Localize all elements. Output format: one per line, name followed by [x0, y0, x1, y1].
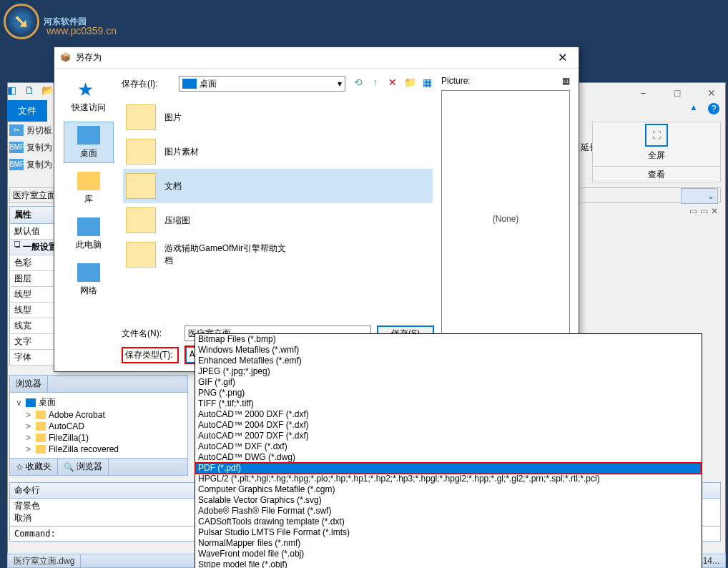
new-icon[interactable]: 🗋 — [24, 84, 37, 97]
chevron-down-icon[interactable]: ▾ — [338, 79, 342, 89]
save-type-label: 保存类型(T): — [122, 347, 179, 363]
dropdown-option[interactable]: PNG (*.png) — [195, 388, 702, 398]
file-item[interactable]: 游戏辅助GameOfMir引擎帮助文档 — [123, 238, 433, 272]
document-tab[interactable]: 医疗室立面 — [13, 190, 56, 202]
watermark-icon: ➘ — [4, 4, 39, 39]
file-item[interactable]: 图片 — [123, 100, 433, 134]
browser-panel: 浏览器 ∨桌面 >Adobe Acrobat >AutoCAD >FileZil… — [9, 375, 188, 476]
dropdown-option[interactable]: Bitmap Files (*.bmp) — [195, 334, 702, 345]
library-icon — [77, 172, 100, 190]
expand-icon[interactable]: > — [26, 444, 33, 454]
place-desktop[interactable]: 桌面 — [64, 122, 114, 163]
file-item-selected[interactable]: 文档 — [123, 169, 433, 203]
place-this-pc[interactable]: 此电脑 — [64, 213, 114, 255]
filename-label: 文件名(N): — [122, 328, 179, 340]
browser-bottom-tabs: ☆收藏夹 🔍浏览器 — [10, 458, 187, 475]
cut-action[interactable]: ✂剪切板 — [9, 122, 52, 139]
scissors-icon: ✂ — [9, 124, 24, 136]
maximize-button[interactable]: □ — [664, 84, 690, 102]
file-item[interactable]: 图片素材 — [123, 134, 433, 169]
browser-tree[interactable]: ∨桌面 >Adobe Acrobat >AutoCAD >FileZilla(1… — [10, 393, 187, 458]
dropdown-option[interactable]: JPEG (*.jpg;*.jpeg) — [195, 366, 702, 377]
copy-bmp-action-1[interactable]: BMP复制为 — [9, 139, 52, 156]
file-list[interactable]: 图片 图片素材 文档 压缩图 游戏辅助GameOfMir引擎帮助文档 — [122, 99, 434, 320]
tree-item[interactable]: >FileZilla recovered — [13, 444, 185, 455]
save-type-dropdown[interactable]: Bitmap Files (*.bmp)Windows Metafiles (*… — [195, 333, 702, 568]
dropdown-option[interactable]: WaveFront model file (*.obj) — [195, 549, 702, 559]
fullscreen-icon[interactable]: ⛶ — [645, 124, 668, 147]
dropdown-option[interactable]: Windows Metafiles (*.wmf) — [195, 345, 702, 356]
dropdown-option[interactable]: Adobe® Flash® File Format (*.swf) — [195, 506, 702, 516]
place-libraries[interactable]: 库 — [64, 167, 114, 209]
expand-icon[interactable]: > — [26, 433, 33, 443]
dropdown-option[interactable]: TIFF (*.tif;*.tiff) — [195, 398, 702, 409]
folder-icon — [126, 173, 156, 199]
expand-icon[interactable]: > — [26, 410, 33, 420]
tree-root-desktop[interactable]: ∨桌面 — [13, 396, 185, 409]
dropdown-option[interactable]: Stripe model file (*.objf) — [195, 559, 702, 568]
expand-icon[interactable]: > — [26, 421, 33, 431]
dialog-center-column: 保存在(I): 桌面 ▾ ⟲ ↑ ✕ 📁 ▦ 图片 图片素材 文档 压 — [122, 76, 434, 364]
dropdown-option[interactable]: HPGL/2 (*.plt;*.hgl;*.hg;*.hpg;*.plo;*.h… — [195, 474, 702, 484]
open-icon[interactable]: 📂 — [41, 84, 54, 97]
panel-close-icon[interactable]: ✕ — [711, 206, 718, 216]
desktop-icon — [182, 79, 197, 89]
dropdown-option[interactable]: NormalMapper files (*.nmf) — [195, 538, 702, 549]
minimize-button[interactable]: − — [630, 84, 656, 102]
collapse-ribbon-icon[interactable]: ▲ — [689, 102, 702, 115]
preview-box: (None) — [441, 90, 570, 348]
window-close-button[interactable]: ✕ — [699, 84, 724, 102]
main-window-controls: − □ ✕ — [630, 82, 724, 104]
dropdown-option[interactable]: AutoCAD™ DXF (*.dxf) — [195, 441, 702, 452]
back-icon[interactable]: ⟲ — [351, 77, 365, 91]
view-ribbon-group: ⛶ 全屏 查看 — [592, 122, 721, 182]
place-network[interactable]: 网络 — [64, 259, 114, 300]
dropdown-option[interactable]: AutoCAD™ DWG (*.dwg) — [195, 452, 702, 463]
view-menu-icon[interactable]: ▦ — [420, 77, 434, 91]
dock2-icon[interactable]: ▭ — [700, 206, 708, 216]
browser-tab[interactable]: 🔍浏览器 — [58, 459, 109, 475]
view-group-label: 查看 — [593, 166, 720, 181]
look-in-combo[interactable]: 桌面 ▾ — [179, 76, 345, 92]
fullscreen-label: 全屏 — [648, 150, 665, 162]
dialog-toolbar: ⟲ ↑ ✕ 📁 ▦ — [351, 77, 434, 91]
dropdown-option[interactable]: GIF (*.gif) — [195, 377, 702, 388]
expand-icon[interactable]: ∨ — [16, 398, 23, 408]
delete-icon[interactable]: ✕ — [385, 77, 400, 91]
preview-pane: Picture: ▦ (None) — [441, 76, 570, 364]
up-icon[interactable]: ↑ — [368, 77, 383, 91]
tree-item[interactable]: >AutoCAD — [13, 421, 185, 432]
dropdown-option[interactable]: Scalable Vector Graphics (*.svg) — [195, 495, 702, 506]
new-folder-icon[interactable]: 📁 — [403, 77, 417, 91]
dropdown-option[interactable]: AutoCAD™ 2007 DXF (*.dxf) — [195, 431, 702, 441]
dropdown-option[interactable]: AutoCAD™ 2004 DXF (*.dxf) — [195, 420, 702, 431]
quick-access-toolbar: ◧ 🗋 📂 — [7, 84, 54, 97]
tree-item[interactable]: >FileZilla(1) — [13, 432, 185, 444]
place-quick-access[interactable]: ★快速访问 — [64, 76, 114, 117]
folder-icon — [126, 139, 156, 165]
help-icon[interactable]: ? — [708, 103, 719, 114]
dialog-title-text: 另存为 — [76, 52, 551, 64]
dropdown-option[interactable]: Pulsar Studio LMTS File Format (*.lmts) — [195, 527, 702, 538]
ribbon-help-area: ▲ ? — [689, 102, 719, 115]
preview-menu-icon[interactable]: ▦ — [562, 76, 570, 86]
dropdown-option[interactable]: CADSoftTools drawing template (*.dxt) — [195, 516, 702, 527]
folder-icon — [36, 445, 46, 454]
dropdown-option[interactable]: PDF (*.pdf) — [195, 463, 702, 474]
dropdown-option[interactable]: Computer Graphics Metafile (*.cgm) — [195, 484, 702, 495]
folder-icon — [126, 242, 156, 268]
browser-header: 浏览器 — [10, 376, 187, 393]
dialog-close-button[interactable]: ✕ — [551, 51, 573, 64]
left-action-panel: ✂剪切板 BMP复制为 BMP复制为 — [9, 122, 52, 173]
tree-item[interactable]: >Adobe Acrobat — [13, 409, 185, 421]
file-item[interactable]: 压缩图 — [123, 203, 433, 238]
copy-bmp-action-2[interactable]: BMP复制为 — [9, 156, 52, 173]
ribbon-file-tab[interactable]: 文件 — [7, 100, 47, 122]
right-panel-toggle[interactable]: ⌄ — [681, 188, 718, 204]
dropdown-option[interactable]: AutoCAD™ 2000 DXF (*.dxf) — [195, 409, 702, 420]
favorites-tab[interactable]: ☆收藏夹 — [10, 459, 58, 475]
dropdown-option[interactable]: Enhanced Metafiles (*.emf) — [195, 356, 702, 366]
watermark-logo: ➘ 河东软件园 www.pc0359.cn — [4, 4, 87, 39]
dock1-icon[interactable]: ▭ — [689, 206, 697, 216]
save-as-dialog: 📦 另存为 ✕ ★快速访问 桌面 库 此电脑 网络 保存在(I): 桌面 ▾ ⟲… — [54, 46, 579, 372]
